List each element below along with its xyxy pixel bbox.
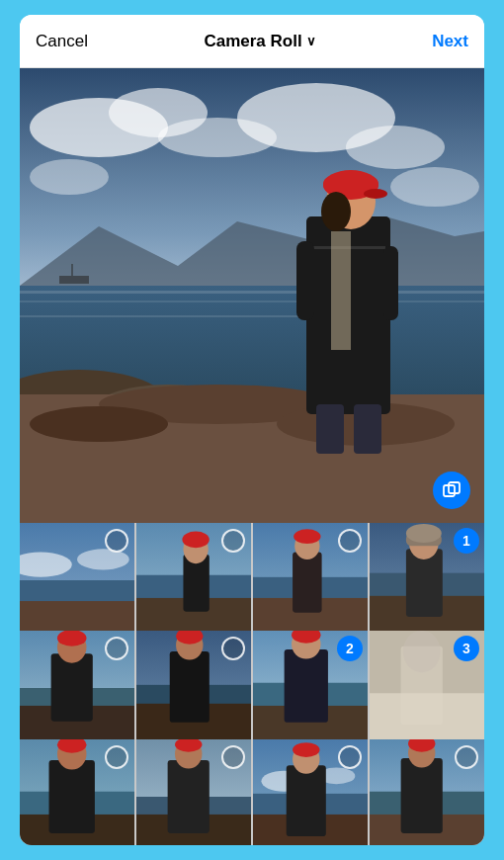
thumb-2[interactable] <box>136 523 251 638</box>
thumb-7[interactable]: 2 <box>253 631 368 745</box>
svg-point-5 <box>346 126 445 169</box>
select-circle-10 <box>221 745 245 769</box>
header: Cancel Camera Roll ∨ Next <box>20 15 484 68</box>
svg-rect-11 <box>20 301 484 302</box>
select-circle-1 <box>105 529 128 553</box>
svg-rect-63 <box>51 654 93 723</box>
svg-rect-14 <box>71 264 73 276</box>
thumb-8[interactable]: 3 <box>370 631 484 745</box>
svg-point-27 <box>321 192 351 231</box>
svg-rect-10 <box>20 291 484 294</box>
svg-rect-99 <box>287 765 326 836</box>
thumb-10[interactable] <box>136 739 251 845</box>
svg-point-81 <box>403 631 441 672</box>
svg-point-20 <box>30 406 168 442</box>
svg-point-7 <box>390 167 479 207</box>
svg-rect-33 <box>354 404 381 454</box>
cancel-button[interactable]: Cancel <box>36 32 88 51</box>
next-button[interactable]: Next <box>432 32 468 51</box>
svg-rect-32 <box>316 404 344 454</box>
camera-roll-label: Camera Roll <box>204 32 301 51</box>
svg-point-46 <box>182 531 209 548</box>
thumb-4[interactable]: 1 <box>370 523 484 638</box>
select-circle-11 <box>338 745 362 769</box>
svg-point-52 <box>294 529 320 544</box>
svg-rect-12 <box>20 315 316 317</box>
phone-container: Cancel Camera Roll ∨ Next <box>20 15 484 845</box>
thumb-3[interactable] <box>253 523 368 638</box>
thumb-1[interactable] <box>20 523 134 638</box>
svg-rect-13 <box>59 276 89 284</box>
multi-select-button[interactable] <box>433 472 470 509</box>
select-badge-4: 1 <box>454 528 479 554</box>
thumbnail-grid: 1 <box>20 523 484 845</box>
select-circle-12 <box>455 745 478 769</box>
svg-rect-85 <box>49 760 95 833</box>
svg-point-40 <box>77 549 129 569</box>
thumb-5[interactable] <box>20 631 134 745</box>
svg-rect-75 <box>285 649 328 723</box>
thumb-12[interactable] <box>370 739 484 845</box>
select-circle-9 <box>105 745 128 769</box>
svg-rect-105 <box>401 758 443 833</box>
main-preview <box>20 68 484 523</box>
svg-point-101 <box>293 742 319 757</box>
header-title: Camera Roll ∨ <box>204 32 315 51</box>
select-circle-2 <box>221 529 245 553</box>
svg-rect-30 <box>296 241 314 320</box>
svg-rect-29 <box>331 231 351 350</box>
chevron-down-icon: ∨ <box>306 34 316 48</box>
svg-rect-69 <box>170 651 210 723</box>
svg-point-6 <box>30 159 109 195</box>
svg-rect-31 <box>383 246 398 320</box>
thumb-6[interactable] <box>136 631 251 745</box>
svg-point-26 <box>364 189 387 199</box>
svg-rect-50 <box>293 553 322 613</box>
select-circle-3 <box>338 529 362 553</box>
svg-rect-91 <box>168 760 210 833</box>
svg-point-59 <box>406 524 442 543</box>
thumb-11[interactable] <box>253 739 368 845</box>
thumb-9[interactable] <box>20 739 134 845</box>
